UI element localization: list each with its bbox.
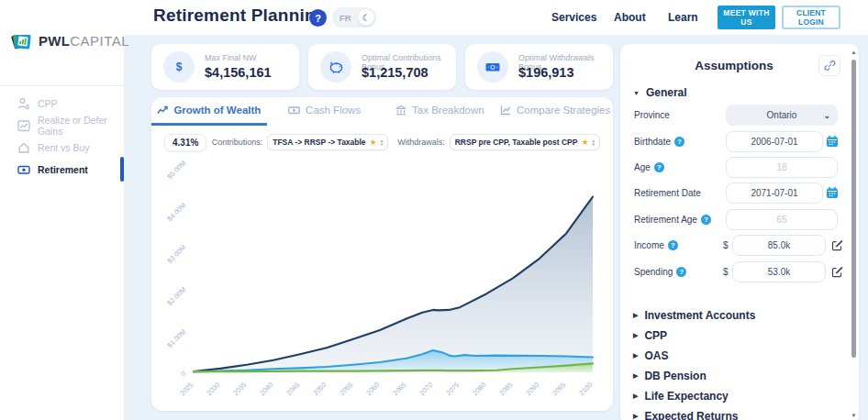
select-spinner-icon: ▴▾ — [592, 138, 595, 146]
y-axis-tick: $4.00M — [165, 201, 187, 223]
collapse-triangle-icon: ▼ — [633, 90, 640, 96]
scrollbar-thumb[interactable] — [851, 60, 856, 358]
tab-growth-of-wealth[interactable]: Growth of Wealth — [151, 97, 267, 126]
tab-label: Tax Breakdown — [412, 105, 484, 116]
cash-icon — [288, 105, 300, 116]
sidebar-item-cpp[interactable]: $ CPP — [0, 93, 124, 115]
chart-controls: 4.31% Contributions: TFSA -> RRSP -> Tax… — [164, 133, 600, 151]
client-login-button[interactable]: CLIENT LOGIN — [782, 6, 840, 29]
x-axis-tick: 2045 — [284, 381, 301, 397]
calendar-icon[interactable] — [826, 135, 839, 151]
edit-icon[interactable] — [831, 238, 843, 255]
section-label: CPP — [644, 329, 667, 342]
retirement-date-input[interactable] — [726, 182, 823, 204]
tab-compare-strategies[interactable]: Compare Strategies — [497, 97, 613, 126]
section-life-expectancy[interactable]: ▶ Life Expectancy — [633, 390, 729, 403]
x-axis-tick: 2080 — [471, 381, 487, 397]
sidebar-item-rent-vs-buy[interactable]: Rent vs Buy — [0, 137, 124, 159]
help-icon[interactable]: ? — [668, 240, 678, 250]
expand-triangle-icon: ▶ — [633, 312, 638, 319]
province-select[interactable]: Ontario ⌄ — [726, 105, 838, 126]
sidebar-item-label: Retirement — [38, 164, 88, 175]
retirement-age-label: Retirement Age ? — [634, 215, 711, 225]
section-cpp[interactable]: ▶ CPP — [633, 329, 667, 342]
return-rate-badge[interactable]: 4.31% — [164, 134, 206, 151]
stat-card-max-final-nw: $ Max Final NW $4,156,161 — [151, 44, 299, 90]
y-axis-tick: $1.00M — [165, 327, 187, 349]
tab-cash-flows[interactable]: Cash Flows — [267, 97, 383, 126]
scroll-up-icon[interactable]: ▲ — [851, 50, 857, 55]
section-oas[interactable]: ▶ OAS — [633, 349, 668, 362]
help-icon[interactable]: ? — [676, 267, 686, 277]
nav-services[interactable]: Services — [551, 11, 596, 24]
stat-card-optimal-contributions-bonus: Optimal Contributions Bonus $1,215,708 — [308, 44, 456, 90]
section-investment-accounts[interactable]: ▶ Investment Accounts — [633, 309, 755, 322]
language-toggle-fr[interactable]: FR — [339, 13, 351, 23]
meet-with-us-button[interactable]: MEET WITH US — [718, 6, 775, 29]
y-axis-tick: $3.00M — [165, 243, 187, 265]
province-label: Province — [634, 110, 670, 120]
section-expected-returns[interactable]: ▶ Expected Returns — [633, 410, 738, 420]
section-general[interactable]: ▼ General — [633, 86, 687, 99]
withdrawals-select[interactable]: RRSP pre CPP, Taxable post CPP ★ ▴▾ — [450, 134, 600, 150]
y-axis-tick: $5.00M — [165, 159, 187, 181]
income-input[interactable] — [732, 235, 826, 256]
section-label: OAS — [644, 349, 668, 362]
section-label: Expected Returns — [644, 410, 738, 420]
help-icon[interactable]: ? — [701, 215, 711, 225]
sidebar-item-label: CPP — [38, 98, 58, 109]
expand-triangle-icon: ▶ — [633, 352, 638, 359]
contributions-select[interactable]: TFSA -> RRSP -> Taxable ★ ▴▾ — [267, 134, 388, 150]
brand-bold: PWL — [39, 33, 70, 49]
bank-icon — [395, 105, 406, 116]
x-axis-tick: 2090 — [524, 381, 540, 397]
spending-input[interactable] — [732, 261, 826, 282]
retirement-age-input — [726, 209, 838, 230]
x-axis-tick: 2070 — [417, 381, 434, 397]
panel-scrollbar[interactable]: ▲ ▼ — [851, 50, 857, 419]
age-input — [726, 157, 838, 178]
expand-triangle-icon: ▶ — [633, 392, 638, 400]
language-darkmode-toggle[interactable]: FR ☾ — [332, 7, 376, 28]
stat-value: $196,913 — [518, 65, 573, 80]
retirement-date-label: Retirement Date — [634, 188, 701, 198]
help-icon[interactable]: ? — [309, 9, 327, 27]
section-db-pension[interactable]: ▶ DB Pension — [633, 370, 707, 382]
banknote-icon — [17, 163, 30, 176]
assumptions-panel: Assumptions ▼ General Province Ontario ⌄… — [620, 44, 859, 420]
age-label: Age ? — [634, 162, 664, 172]
dollar-prefix: $ — [723, 267, 729, 277]
help-icon[interactable]: ? — [674, 137, 684, 147]
nav-about[interactable]: About — [614, 11, 646, 24]
sidebar-item-realize-or-defer-gains[interactable]: Realize or Defer Gains — [0, 115, 124, 137]
x-axis-tick: 2065 — [391, 381, 407, 397]
birthdate-input[interactable] — [726, 131, 823, 152]
section-label: Life Expectancy — [644, 390, 728, 403]
x-axis-tick: 2060 — [364, 381, 381, 397]
tab-label: Growth of Wealth — [173, 105, 261, 116]
scroll-down-icon[interactable]: ▼ — [851, 413, 857, 418]
tab-bar: Growth of Wealth Cash Flows Tax Breakdow… — [151, 97, 613, 126]
calendar-icon[interactable] — [826, 186, 839, 203]
sidebar-item-retirement[interactable]: Retirement — [0, 159, 124, 181]
help-icon[interactable]: ? — [654, 162, 664, 172]
trend-up-icon — [157, 105, 168, 116]
nav-learn[interactable]: Learn — [668, 11, 698, 24]
contributions-value: TFSA -> RRSP -> Taxable — [273, 138, 365, 147]
expand-triangle-icon: ▶ — [633, 372, 638, 380]
growth-of-wealth-chart[interactable]: $5.00M$4.00M$3.00M$2.00M$1.00M0202520302… — [159, 150, 606, 407]
x-axis-tick: 2100 — [577, 381, 594, 397]
active-indicator — [120, 157, 124, 182]
section-label: DB Pension — [644, 370, 706, 382]
retirement-planning-app: Retirement Planning ? FR ☾ Services Abou… — [0, 0, 868, 420]
share-link-button[interactable] — [818, 55, 840, 76]
chart-card: Growth of Wealth Cash Flows Tax Breakdow… — [151, 97, 613, 411]
province-value: Ontario — [767, 110, 797, 120]
stat-value: $1,215,708 — [362, 65, 428, 80]
edit-icon[interactable] — [831, 265, 843, 282]
section-label: General — [646, 86, 687, 99]
dark-mode-moon-icon[interactable]: ☾ — [358, 9, 374, 26]
tab-tax-breakdown[interactable]: Tax Breakdown — [383, 97, 498, 126]
spending-label: Spending ? — [634, 267, 686, 277]
x-axis-tick: 2055 — [338, 381, 354, 397]
